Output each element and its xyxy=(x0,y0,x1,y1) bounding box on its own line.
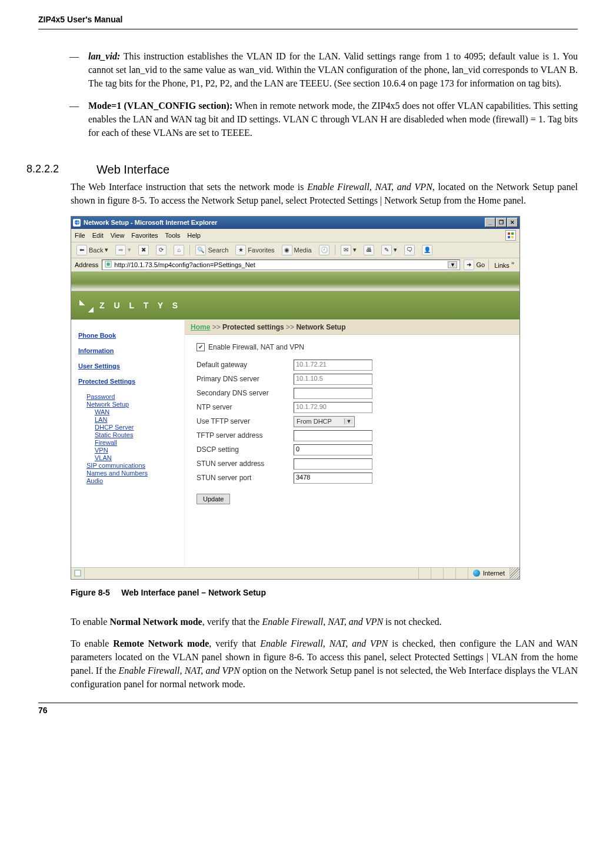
address-field[interactable]: http://10.1.73.5/mp4config?action=PSetti… xyxy=(102,260,460,270)
menu-edit[interactable]: Edit xyxy=(92,232,104,239)
sidebar-user-settings[interactable]: User Settings xyxy=(78,362,178,370)
stun-addr-input[interactable] xyxy=(294,458,372,470)
breadcrumb-home[interactable]: Home xyxy=(191,323,210,331)
sidebar-information[interactable]: Information xyxy=(78,347,178,354)
dash: — xyxy=(69,49,88,63)
menu-favorites[interactable]: Favorites xyxy=(131,232,158,239)
sidebar-lan[interactable]: LAN xyxy=(95,416,178,423)
sidebar-dhcp-server[interactable]: DHCP Server xyxy=(95,424,178,431)
status-box xyxy=(443,568,455,579)
breadcrumb-protected: Protected settings xyxy=(222,323,284,331)
enable-firewall-checkbox[interactable]: ✔ xyxy=(197,343,205,351)
combo-arrow-icon[interactable]: ▼ xyxy=(448,261,457,268)
breadcrumb-sep: >> xyxy=(286,323,294,331)
messenger-button[interactable]: 👤 xyxy=(420,244,434,256)
history-icon: 🕘 xyxy=(319,245,329,255)
running-header: ZIP4x5 User's Manual xyxy=(38,15,578,24)
brand-bar: Z U L T Y S xyxy=(71,291,520,320)
section-number: 8.2.2.2 xyxy=(26,163,94,175)
sidebar-firewall[interactable]: Firewall xyxy=(95,439,178,446)
titlebar: Network Setup - Microsoft Internet Explo… xyxy=(71,217,520,229)
figure-caption: Figure 8-5 Web Interface panel – Network… xyxy=(71,588,578,597)
ntp-label: NTP server xyxy=(197,403,294,411)
go-icon: ➜ xyxy=(464,260,474,270)
text: is not checked. xyxy=(383,617,442,627)
sidebar-network-setup[interactable]: Network Setup xyxy=(86,401,178,408)
sidebar-audio[interactable]: Audio xyxy=(86,477,178,484)
menu-tools[interactable]: Tools xyxy=(165,232,181,239)
text-bold: Normal Network mode xyxy=(109,617,202,627)
refresh-icon: ⟳ xyxy=(156,245,167,255)
menubar: File Edit View Favorites Tools Help xyxy=(71,229,520,242)
media-button[interactable]: ◉Media xyxy=(280,244,314,256)
toolbar: ⬅Back ▾ ➡ ▾ ✖ ⟳ ⌂ 🔍Search ★Favorites ◉Me… xyxy=(71,242,520,258)
discuss-button[interactable]: 🗨 xyxy=(402,244,417,256)
messenger-icon: 👤 xyxy=(422,245,432,255)
resize-grip-icon[interactable] xyxy=(510,568,520,579)
minimize-button[interactable]: _ xyxy=(485,218,495,227)
stun-port-label: STUN server port xyxy=(197,474,294,482)
sidebar-static-routes[interactable]: Static Routes xyxy=(95,431,178,438)
menu-view[interactable]: View xyxy=(111,232,125,239)
edit-button[interactable]: ✎ ▾ xyxy=(379,244,399,256)
menu-help[interactable]: Help xyxy=(187,232,201,239)
default-gateway-input[interactable]: 10.1.72.21 xyxy=(294,360,372,371)
sidebar-sip[interactable]: SIP communications xyxy=(86,462,178,469)
favorites-button[interactable]: ★Favorites xyxy=(234,244,276,256)
use-tftp-label: Use TFTP server xyxy=(197,417,294,425)
history-button[interactable]: 🕘 xyxy=(317,244,331,256)
print-button[interactable]: 🖶 xyxy=(362,244,376,256)
search-icon: 🔍 xyxy=(195,245,206,255)
sidebar-password[interactable]: Password xyxy=(86,393,178,400)
svg-rect-2 xyxy=(511,232,514,235)
sidebar-phone-book[interactable]: Phone Book xyxy=(78,332,178,339)
sidebar-vlan[interactable]: VLAN xyxy=(95,454,178,461)
svg-rect-1 xyxy=(508,232,510,235)
primary-dns-label: Primary DNS server xyxy=(197,375,294,383)
go-button[interactable]: ➜ Go xyxy=(464,260,485,270)
back-button[interactable]: ⬅Back ▾ xyxy=(75,244,110,256)
maximize-button[interactable]: ❐ xyxy=(496,218,507,227)
dash: — xyxy=(69,99,88,112)
update-button[interactable]: Update xyxy=(197,494,230,504)
secondary-dns-input[interactable] xyxy=(294,388,372,399)
forward-button[interactable]: ➡ ▾ xyxy=(114,244,133,256)
sidebar-names-numbers[interactable]: Names and Numbers xyxy=(86,470,178,477)
stop-button[interactable]: ✖ xyxy=(136,244,151,256)
page-number: 76 xyxy=(38,706,578,715)
status-bar: Internet xyxy=(71,567,520,579)
sidebar: Phone Book Information User Settings Pro… xyxy=(71,320,185,567)
figure-text: Web Interface panel – Network Setup xyxy=(121,588,266,597)
home-icon: ⌂ xyxy=(174,245,184,255)
text-italic: Enable Firewall, NAT, and VPN xyxy=(118,666,239,676)
sidebar-vpn[interactable]: VPN xyxy=(95,447,178,454)
ie-icon xyxy=(73,219,81,227)
close-button[interactable]: ✕ xyxy=(507,218,518,227)
tftp-addr-input[interactable] xyxy=(294,430,372,441)
page-icon xyxy=(105,261,112,269)
mail-button[interactable]: ✉▾ xyxy=(339,244,358,256)
refresh-button[interactable]: ⟳ xyxy=(154,244,168,256)
home-button[interactable]: ⌂ xyxy=(172,244,186,256)
brand-text: Z U L T Y S xyxy=(99,301,181,310)
search-button[interactable]: 🔍Search xyxy=(194,244,230,256)
svg-rect-4 xyxy=(511,236,514,238)
breadcrumb: Home >> Protected settings >> Network Se… xyxy=(185,320,520,335)
dscp-input[interactable]: 0 xyxy=(294,444,372,455)
text: The Web Interface instruction that sets … xyxy=(71,182,307,192)
ntp-input[interactable]: 10.1.72.90 xyxy=(294,402,372,413)
footer-rule xyxy=(38,703,578,703)
menu-file[interactable]: File xyxy=(75,232,85,239)
enable-firewall-row: ✔ Enable Firewall, NAT and VPN xyxy=(197,343,508,351)
stun-port-input[interactable]: 3478 xyxy=(294,473,372,484)
paragraph-1: The Web Interface instruction that sets … xyxy=(71,180,578,207)
status-box xyxy=(455,568,468,579)
sidebar-protected-settings[interactable]: Protected Settings xyxy=(78,378,178,385)
links-label[interactable]: Links » xyxy=(492,260,516,269)
primary-dns-input[interactable]: 10.1.10.5 xyxy=(294,374,372,385)
breadcrumb-sep: >> xyxy=(212,323,221,331)
status-box xyxy=(431,568,443,579)
use-tftp-select[interactable]: From DHCP▼ xyxy=(294,416,355,427)
address-bar: Address http://10.1.73.5/mp4config?actio… xyxy=(71,258,520,272)
sidebar-wan[interactable]: WAN xyxy=(95,408,178,415)
